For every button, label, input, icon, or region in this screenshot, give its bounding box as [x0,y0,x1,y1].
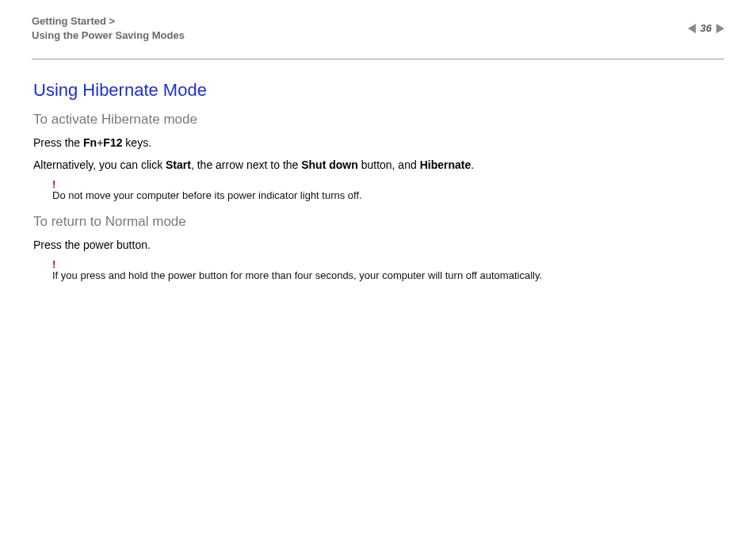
text: keys. [122,136,151,149]
next-page-icon[interactable] [716,24,724,33]
caution-text: If you press and hold the power button f… [52,269,724,281]
key-f12: F12 [103,136,122,149]
caution-icon: ! [52,180,724,189]
shutdown-label: Shut down [301,158,358,171]
page-number: 36 [701,22,712,34]
document-page: Getting Started > Using the Power Saving… [0,0,756,534]
caution-note: ! If you press and hold the power button… [52,260,724,281]
breadcrumb-root[interactable]: Getting Started > [32,14,724,29]
return-instruction: Press the power button. [33,238,724,252]
previous-page-icon[interactable] [688,24,696,33]
section-title: Using Hibernate Mode [33,80,724,101]
activate-instruction-start-menu: Alternatively, you can click Start, the … [33,158,724,172]
key-fn: Fn [83,136,97,149]
subheading-activate: To activate Hibernate mode [33,112,724,128]
text: . [471,158,474,171]
header-divider [32,59,724,59]
text: Alternatively, you can click [33,158,166,171]
text: Press the [33,136,83,149]
hibernate-label: Hibernate [420,158,472,171]
page-content: Using Hibernate Mode To activate Hiberna… [32,80,724,281]
breadcrumb-current[interactable]: Using the Power Saving Modes [32,29,724,43]
start-label: Start [166,158,191,171]
page-header: Getting Started > Using the Power Saving… [32,14,724,54]
subheading-return: To return to Normal mode [33,214,724,230]
text: , the arrow next to the [191,158,301,171]
activate-instruction-keys: Press the Fn+F12 keys. [33,135,724,150]
caution-text: Do not move your computer before its pow… [52,189,724,201]
breadcrumb: Getting Started > Using the Power Saving… [32,14,724,43]
caution-icon: ! [52,260,724,269]
text: button, and [358,158,420,171]
page-navigator: 36 [688,22,724,34]
caution-note: ! Do not move your computer before its p… [52,180,724,201]
